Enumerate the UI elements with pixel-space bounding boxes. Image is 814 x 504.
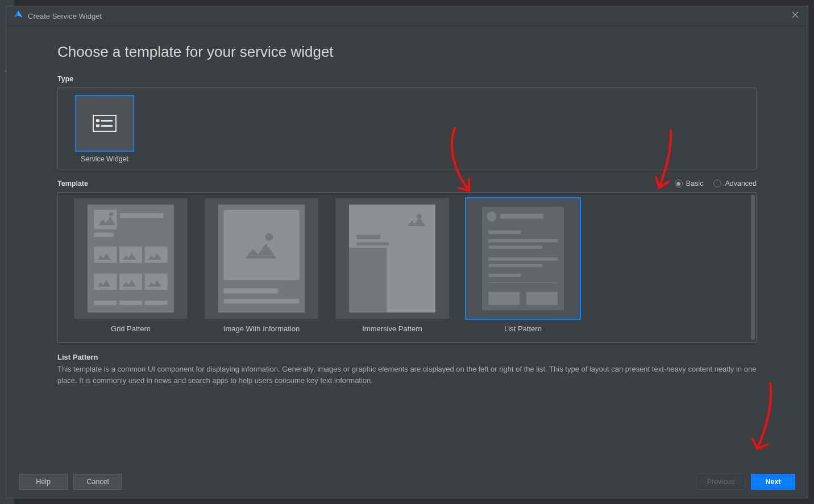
- devstudio-logo-icon: [13, 10, 23, 22]
- template-card-immersive-pattern[interactable]: Immersive Pattern: [335, 198, 449, 336]
- type-card-label: Service Widget: [81, 152, 128, 169]
- dialog-footer: Help Cancel Previous Next: [6, 466, 808, 498]
- svg-rect-3: [96, 124, 99, 127]
- svg-point-26: [417, 214, 422, 219]
- dialog-titlebar: Create Service Widget: [6, 6, 808, 26]
- svg-rect-2: [101, 120, 113, 122]
- svg-rect-12: [145, 247, 168, 263]
- immersive-pattern-thumb: [335, 198, 449, 319]
- service-widget-thumb: [75, 95, 134, 152]
- type-options-box: Service Widget: [57, 88, 757, 169]
- svg-rect-41: [526, 292, 558, 305]
- next-button[interactable]: Next: [751, 474, 795, 490]
- svg-rect-39: [488, 282, 558, 283]
- svg-rect-0: [93, 115, 116, 131]
- radio-circle-icon: [675, 180, 683, 188]
- template-label: Grid Pattern: [111, 319, 151, 336]
- svg-rect-15: [145, 274, 168, 290]
- template-header: Template Basic Advanced: [57, 180, 757, 188]
- svg-rect-9: [94, 232, 113, 237]
- svg-rect-40: [488, 292, 520, 305]
- svg-rect-27: [356, 235, 380, 239]
- svg-rect-17: [119, 301, 142, 305]
- list-pattern-thumb: [466, 198, 580, 319]
- help-button[interactable]: Help: [19, 474, 68, 490]
- svg-rect-35: [488, 245, 542, 249]
- dialog-content: Choose a template for your service widge…: [6, 26, 808, 466]
- svg-point-7: [109, 212, 114, 216]
- template-section-label: Template: [57, 180, 88, 188]
- close-icon: [791, 11, 799, 21]
- svg-rect-34: [488, 239, 558, 243]
- template-scrollbar[interactable]: [751, 195, 755, 340]
- template-label: Image With Information: [223, 319, 300, 336]
- svg-rect-16: [94, 301, 117, 305]
- dialog-title: Create Service Widget: [28, 12, 102, 20]
- svg-rect-20: [224, 210, 300, 281]
- create-service-widget-dialog: Create Service Widget Choose a template …: [6, 6, 808, 498]
- radio-advanced[interactable]: Advanced: [713, 180, 757, 188]
- grid-pattern-thumb: [74, 198, 188, 319]
- svg-rect-23: [224, 299, 300, 303]
- template-description: List Pattern This template is a common U…: [57, 353, 757, 386]
- svg-point-31: [487, 211, 496, 221]
- description-body: This template is a common UI component f…: [57, 364, 757, 386]
- svg-rect-22: [224, 288, 278, 294]
- svg-rect-38: [488, 274, 521, 277]
- cancel-button[interactable]: Cancel: [73, 474, 122, 490]
- svg-rect-18: [145, 301, 168, 305]
- svg-rect-1: [96, 119, 99, 122]
- svg-rect-28: [356, 243, 389, 246]
- template-card-list-pattern[interactable]: List Pattern: [466, 198, 580, 336]
- svg-rect-4: [101, 125, 113, 127]
- type-section-label: Type: [57, 75, 757, 83]
- image-with-information-thumb: [205, 198, 318, 319]
- page-heading: Choose a template for your service widge…: [57, 43, 757, 61]
- svg-point-21: [265, 233, 273, 240]
- svg-rect-6: [94, 210, 117, 230]
- template-mode-radio-group: Basic Advanced: [675, 180, 757, 188]
- radio-basic-label: Basic: [686, 180, 704, 188]
- previous-button: Previous: [696, 474, 745, 490]
- radio-circle-icon: [713, 180, 721, 188]
- template-label: Immersive Pattern: [362, 319, 422, 336]
- template-card-image-with-information[interactable]: Image With Information: [205, 198, 318, 336]
- svg-rect-8: [120, 213, 163, 218]
- svg-rect-37: [488, 264, 542, 268]
- svg-rect-33: [488, 231, 521, 235]
- template-label: List Pattern: [504, 319, 542, 336]
- template-options-box: Grid Pattern Image With Information: [57, 192, 757, 343]
- svg-rect-32: [500, 214, 543, 219]
- description-title: List Pattern: [57, 353, 757, 361]
- radio-basic[interactable]: Basic: [675, 180, 704, 188]
- type-card-service-widget[interactable]: Service Widget: [74, 95, 135, 169]
- radio-advanced-label: Advanced: [725, 180, 757, 188]
- template-card-grid-pattern[interactable]: Grid Pattern: [74, 198, 188, 336]
- close-button[interactable]: [790, 10, 801, 22]
- svg-rect-36: [488, 257, 558, 261]
- svg-rect-29: [387, 248, 436, 313]
